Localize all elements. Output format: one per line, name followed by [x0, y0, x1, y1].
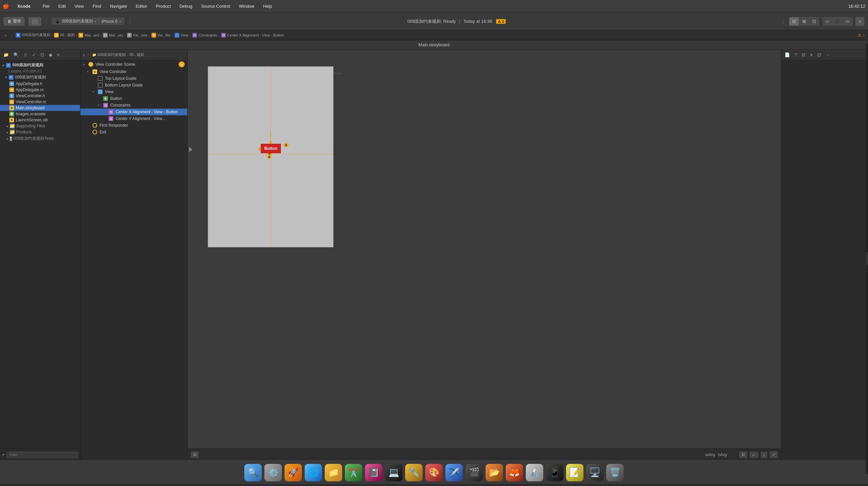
nav-search-icon[interactable]: 🔍 [12, 52, 20, 58]
menu-item-xcode[interactable]: Xcode [16, 3, 32, 9]
menu-item-editor[interactable]: Editor [134, 3, 149, 9]
navigator-toggle-btn[interactable]: ▭ [823, 18, 832, 26]
menu-item-debug[interactable]: Debug [178, 3, 194, 9]
inspector-identity-btn[interactable]: ⊟ [800, 52, 807, 58]
right-resize-handle[interactable] [866, 43, 868, 474]
breadcrumb-se[interactable]: ⬡ Mai...se) [103, 33, 123, 37]
dock-item-firefox[interactable]: 🦊 [506, 464, 523, 481]
nav-filter-input[interactable] [7, 452, 78, 458]
zoom-fill-btn[interactable]: ⤢ [770, 452, 777, 458]
breadcrumb-scene[interactable]: V Vie...ene [127, 33, 148, 37]
iphone-screen[interactable]: 0 Button 0 0 [208, 66, 334, 247]
outline-forward-btn[interactable]: › [88, 52, 89, 58]
menu-item-file[interactable]: File [40, 3, 52, 9]
pause-button[interactable]: ⏸ 暂停 [3, 17, 25, 26]
dock-item-safari[interactable]: 🌐 [305, 464, 322, 481]
nav-item-project2[interactable]: ▾ P 009添加约束规则 [0, 74, 80, 81]
outline-toggle-btn[interactable]: ⊡ [191, 452, 199, 458]
dock-item-migrate[interactable]: ✈️ [445, 464, 463, 481]
version-editor-btn[interactable]: ⊡ [809, 18, 819, 26]
zoom-width-btn[interactable]: ↔ [750, 452, 758, 458]
inspector-file-btn[interactable]: 📄 [783, 52, 791, 58]
nav-test-icon[interactable]: ✓ [31, 52, 37, 58]
menu-item-window[interactable]: Window [237, 3, 256, 9]
breadcrumb-centerx[interactable]: ⊡ Center X Alignment - View - Button [221, 33, 284, 37]
dock-item-terminal[interactable]: 💻 [385, 464, 403, 481]
tree-item-view[interactable]: ▾ □ View [81, 89, 187, 95]
breadcrumb-constraints[interactable]: ⊡ Constraints [192, 33, 217, 37]
dock-item-launchpad[interactable]: 🚀 [284, 464, 302, 481]
menu-item-product[interactable]: Product [154, 3, 173, 9]
dock-item-sketch[interactable]: 🎨 [425, 464, 443, 481]
nav-group-products[interactable]: ▸ 📁 Products [0, 129, 80, 135]
dock-item-instruments[interactable]: 🔬 [526, 464, 543, 481]
zoom-fit-btn[interactable]: ⊡ [739, 452, 747, 458]
nav-warning-icon[interactable]: ⚠ [22, 52, 29, 58]
tree-item-constraints[interactable]: ▾ ⊡ Constraints [81, 102, 187, 109]
debug-toggle-btn[interactable]: ⬛ [833, 18, 842, 26]
tree-item-scene[interactable]: ▾ View Controller Scene ● [81, 60, 187, 68]
tree-item-centery[interactable]: ▸ ⊡ Center Y Alignment - View... [81, 115, 187, 122]
dock-item-finder[interactable]: 🔍 [244, 464, 262, 481]
tree-item-bottom-guide[interactable]: ▸ Bottom Layout Guide [81, 82, 187, 89]
nav-item-viewcontroller-m[interactable]: m ViewController.m [0, 99, 80, 105]
nav-group-tests[interactable]: ▸ T 009添加约束规则Tests [0, 135, 80, 142]
nav-debug-icon[interactable]: ⊡ [39, 52, 45, 58]
tree-item-first-responder[interactable]: ▸ First Responder [81, 122, 187, 129]
nav-item-images[interactable]: ⊠ Images.xcassets [0, 111, 80, 117]
nav-item-launchscreen[interactable]: X LaunchScreen.xib [0, 117, 80, 123]
menu-item-navigate[interactable]: Navigate [108, 3, 129, 9]
nav-breakpoint-icon[interactable]: ◆ [48, 52, 54, 58]
tree-item-exit[interactable]: ▸ Exit [81, 129, 187, 135]
dock-item-trash[interactable]: 🗑️ [606, 464, 624, 481]
menu-item-help[interactable]: Help [261, 3, 274, 9]
standard-editor-btn[interactable]: ⊟ [789, 18, 799, 26]
nav-folder-icon[interactable]: 📁 [2, 52, 10, 58]
inspector-quick-help-btn[interactable]: ? [793, 52, 798, 58]
stop-button[interactable] [28, 17, 41, 26]
dock-item-onenote[interactable]: 📓 [365, 464, 382, 481]
dock-item-media[interactable]: 🎬 [465, 464, 483, 481]
menu-item-source-control[interactable]: Source Control [199, 3, 232, 9]
outline-back-btn[interactable]: ‹ [83, 52, 85, 58]
nav-item-viewcontroller-h[interactable]: h ViewController.h [0, 93, 80, 99]
dock-item-screen[interactable]: 🖥️ [586, 464, 603, 481]
breadcrumb-vc[interactable]: V Vie...ller [152, 33, 171, 37]
inspector-connections-btn[interactable]: → [825, 52, 832, 58]
zoom-height-btn[interactable]: ↕ [761, 452, 768, 458]
inspector-attributes-btn[interactable]: ≡ [809, 52, 814, 58]
menu-item-view[interactable]: View [72, 3, 86, 9]
add-button[interactable]: + [855, 17, 865, 26]
dock-item-system-prefs[interactable]: ⚙️ [265, 464, 282, 481]
nav-item-main-storyboard[interactable]: S Main.storyboard [0, 105, 80, 111]
nav-group-supporting[interactable]: ▸ 📁 Supporting Files [0, 123, 80, 129]
dock-item-build-tools[interactable]: 🔧 [405, 464, 423, 481]
nav-report-icon[interactable]: ≡ [56, 52, 61, 58]
nav-bottom-icon[interactable]: + [2, 452, 5, 457]
nav-item-appdelegate-m[interactable]: m AppDelegate.m [0, 87, 80, 93]
tree-item-top-guide[interactable]: ▸ Top Layout Guide [81, 75, 187, 82]
dock-item-simulator[interactable]: 📱 [546, 464, 563, 481]
breadcrumb-folder[interactable]: 📁 00...规则 [54, 32, 74, 37]
canvas-area[interactable]: 0 Button 0 0 [188, 50, 781, 460]
inspector-toggle-btn[interactable]: ▭ [843, 18, 852, 26]
breadcrumb-back-btn[interactable]: ‹ [3, 32, 8, 38]
dock-item-filezilla[interactable]: 📂 [486, 464, 503, 481]
tree-item-centerx[interactable]: ▸ ⊡ Center X Alignment - View - Button [81, 109, 187, 115]
tree-item-vc[interactable]: ▾ V View Controller [81, 68, 187, 75]
breadcrumb-project[interactable]: P 009添加约束规则 [16, 32, 50, 37]
dock-item-notes[interactable]: 📝 [566, 464, 584, 481]
scheme-selector[interactable]: 📱 009添加约束规则 ▸ | iPhone 6 ▸ [51, 17, 125, 26]
nav-item-appdelegate-h[interactable]: h AppDelegate.h [0, 81, 80, 87]
dock-item-xcode[interactable]: ✂️ [345, 464, 362, 481]
menu-item-edit[interactable]: Edit [56, 3, 68, 9]
inspector-size-btn[interactable]: ⊡ [816, 52, 823, 58]
breadcrumb-storyboard[interactable]: S Mai...ard [79, 33, 99, 37]
dock-item-files[interactable]: 📁 [325, 464, 342, 481]
breadcrumb-view[interactable]: □ View [175, 33, 189, 37]
nav-item-project[interactable]: ▸ P 009添加约束规则 [0, 62, 80, 69]
breadcrumb-forward-btn[interactable]: › [10, 32, 15, 38]
tree-item-button[interactable]: ▸ B Button [81, 95, 187, 102]
menu-item-find[interactable]: Find [91, 3, 103, 9]
canvas-button[interactable]: Button [261, 144, 281, 153]
